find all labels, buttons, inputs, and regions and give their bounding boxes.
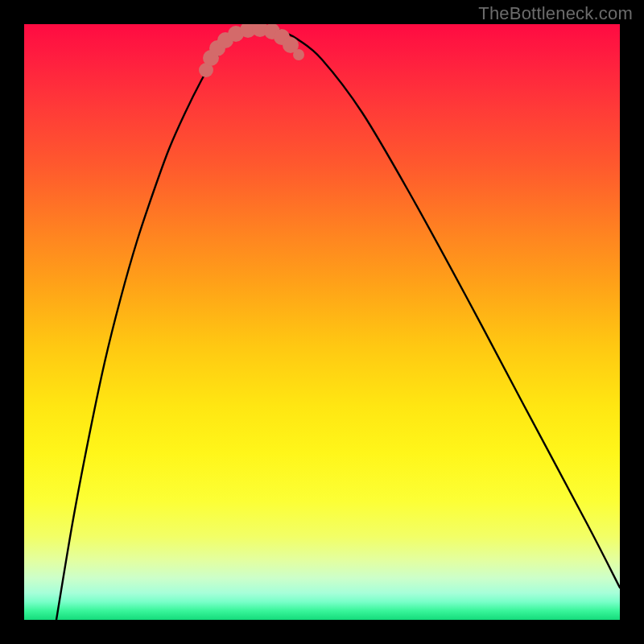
curve-layer bbox=[24, 24, 620, 620]
chart-frame: TheBottleneck.com bbox=[0, 0, 644, 644]
highlight-markers bbox=[199, 24, 304, 77]
plot-area bbox=[24, 24, 620, 620]
marker-dot bbox=[293, 49, 304, 60]
watermark-text: TheBottleneck.com bbox=[478, 3, 633, 24]
primary-curve bbox=[56, 28, 620, 620]
